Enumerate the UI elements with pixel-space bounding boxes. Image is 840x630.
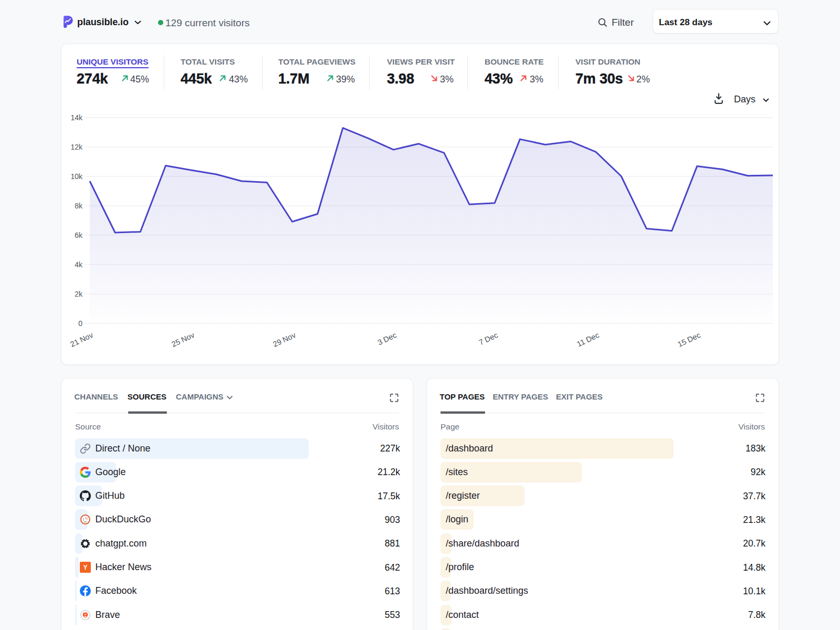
svg-text:Y: Y — [83, 564, 87, 571]
